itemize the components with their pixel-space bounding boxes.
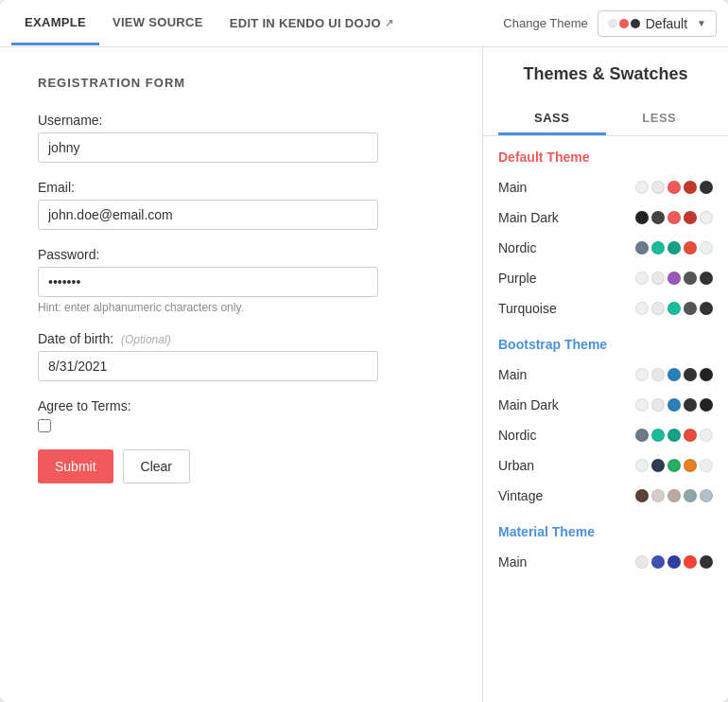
swatch: [667, 272, 681, 285]
tab-view-source[interactable]: VIEW SOURCE: [99, 2, 217, 45]
swatch: [700, 272, 713, 285]
material-main-swatches: [635, 555, 713, 569]
swatch: [667, 302, 681, 315]
swatch: [635, 459, 649, 472]
swatch: [635, 398, 649, 412]
form-panel: REGISTRATION FORM Username: Email: Passw…: [0, 47, 482, 702]
swatch: [667, 429, 681, 442]
bootstrap-main-dark-swatches: [635, 398, 713, 412]
password-hint: Hint: enter alphanumeric characters only…: [38, 301, 444, 314]
bootstrap-urban-swatches: [635, 459, 713, 472]
swatch: [651, 241, 665, 254]
swatch: [700, 489, 713, 502]
swatch: [684, 398, 697, 412]
swatch: [635, 211, 649, 224]
bootstrap-main-dark-row[interactable]: Main Dark: [483, 390, 728, 420]
swatch: [684, 429, 697, 442]
default-nordic-swatches: [635, 241, 713, 254]
swatch: [684, 368, 697, 381]
tab-bar: EXAMPLE VIEW SOURCE Edit in Kendo UI Doj…: [0, 0, 728, 47]
material-main-row[interactable]: Main: [483, 547, 728, 577]
checkbox-group: [38, 419, 444, 432]
default-purple-swatches: [635, 272, 713, 285]
swatch: [700, 459, 713, 472]
default-main-dark-label: Main Dark: [498, 210, 635, 225]
swatch: [684, 241, 697, 254]
swatch: [635, 489, 649, 502]
password-group: Password: Hint: enter alphanumeric chara…: [38, 247, 444, 314]
swatch: [684, 459, 697, 472]
default-main-row[interactable]: Main: [483, 172, 728, 202]
swatch: [700, 302, 713, 315]
swatch: [700, 398, 713, 412]
swatch: [684, 489, 697, 502]
swatch: [700, 211, 713, 224]
dot-1: [608, 19, 617, 28]
default-nordic-label: Nordic: [498, 240, 635, 255]
swatch: [684, 555, 697, 569]
default-main-swatches: [635, 181, 713, 194]
default-turquoise-swatches: [635, 302, 713, 315]
default-turquoise-row[interactable]: Turquoise: [483, 293, 728, 324]
bootstrap-urban-row[interactable]: Urban: [483, 450, 728, 481]
bootstrap-main-row[interactable]: Main: [483, 360, 728, 390]
swatch: [684, 181, 697, 194]
themes-panel: Themes & Swatches SASS LESS Default Them…: [482, 47, 728, 702]
default-nordic-row[interactable]: Nordic: [483, 233, 728, 263]
bootstrap-urban-label: Urban: [498, 458, 635, 473]
bootstrap-nordic-swatches: [635, 429, 713, 442]
submit-button[interactable]: Submit: [38, 449, 113, 483]
bootstrap-main-dark-label: Main Dark: [498, 397, 635, 412]
themes-tabs: SASS LESS: [483, 94, 728, 136]
themes-title: Themes & Swatches: [483, 47, 728, 84]
tab-example[interactable]: EXAMPLE: [11, 2, 99, 45]
theme-selector[interactable]: Default ▼: [598, 10, 717, 37]
swatch: [667, 368, 681, 381]
swatch: [667, 489, 681, 502]
bootstrap-nordic-row[interactable]: Nordic: [483, 420, 728, 450]
clear-button[interactable]: Clear: [123, 449, 190, 483]
password-input[interactable]: [38, 267, 378, 297]
bootstrap-vintage-swatches: [635, 489, 713, 502]
bootstrap-vintage-row[interactable]: Vintage: [483, 481, 728, 511]
swatch: [651, 429, 665, 442]
username-input[interactable]: [38, 132, 378, 163]
swatch: [700, 555, 713, 569]
themes-scroll-area: Default Theme Main Main Dark: [483, 136, 728, 702]
username-label: Username:: [38, 113, 444, 128]
swatch: [700, 368, 713, 381]
agree-checkbox[interactable]: [38, 419, 51, 432]
email-input[interactable]: [38, 200, 378, 230]
swatch: [635, 272, 649, 285]
change-theme-button[interactable]: Change Theme: [494, 10, 597, 36]
swatch: [700, 181, 713, 194]
tab-sass[interactable]: SASS: [498, 103, 606, 135]
chevron-down-icon: ▼: [697, 18, 706, 28]
theme-dots: [608, 19, 640, 28]
bootstrap-nordic-label: Nordic: [498, 428, 635, 443]
form-title: REGISTRATION FORM: [38, 76, 444, 90]
default-purple-row[interactable]: Purple: [483, 263, 728, 293]
swatch: [651, 211, 665, 224]
swatch: [651, 555, 665, 569]
material-theme-title: Material Theme: [483, 511, 728, 547]
swatch: [651, 398, 665, 412]
swatch: [684, 211, 697, 224]
bootstrap-main-label: Main: [498, 367, 635, 382]
agree-group: Agree to Terms:: [38, 398, 444, 432]
default-purple-label: Purple: [498, 271, 635, 286]
agree-label: Agree to Terms:: [38, 398, 444, 413]
default-theme-title: Default Theme: [483, 136, 728, 172]
default-main-dark-row[interactable]: Main Dark: [483, 202, 728, 233]
dot-3: [631, 19, 640, 28]
dob-input[interactable]: [38, 351, 378, 381]
swatch: [684, 272, 697, 285]
tab-less[interactable]: LESS: [606, 103, 714, 135]
swatch: [667, 398, 681, 412]
bootstrap-theme-title: Bootstrap Theme: [483, 324, 728, 360]
swatch: [635, 368, 649, 381]
swatch: [667, 555, 681, 569]
email-group: Email:: [38, 180, 444, 230]
swatch: [667, 459, 681, 472]
tab-edit-kendo[interactable]: Edit in Kendo UI Dojo ↗: [217, 3, 407, 44]
